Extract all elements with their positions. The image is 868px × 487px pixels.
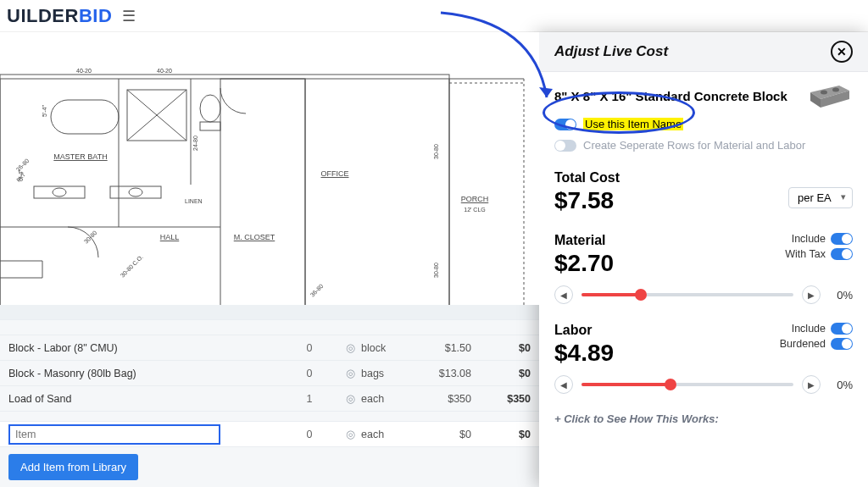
blueprint-canvas[interactable]: MASTER BATH OFFICE M. CLOSET HALL PORCH …	[0, 32, 539, 305]
svg-text:30-80: 30-80	[433, 144, 439, 159]
svg-text:30-80 C.O.: 30-80 C.O.	[120, 254, 144, 279]
svg-text:M. CLOSET: M. CLOSET	[234, 233, 275, 241]
separate-rows-label: Create Seperate Rows for Material and La…	[583, 139, 805, 152]
svg-text:HALL: HALL	[160, 233, 180, 241]
total-cost-label: Total Cost	[554, 170, 620, 185]
table-row[interactable]: Load of Sand 1 ◎ each $350 $350	[0, 386, 539, 412]
use-item-name-label: Use this Item Name	[583, 118, 683, 130]
labor-include-toggle[interactable]	[831, 323, 853, 335]
material-percent: 0%	[829, 289, 853, 302]
svg-point-15	[129, 188, 142, 196]
svg-text:12' CLG: 12' CLG	[464, 207, 485, 213]
material-increase-button[interactable]: ▶	[802, 285, 821, 304]
svg-text:24-80: 24-80	[192, 136, 198, 151]
separate-rows-toggle[interactable]	[554, 140, 576, 152]
svg-text:40-20: 40-20	[157, 68, 172, 74]
material-withtax-toggle[interactable]	[831, 248, 853, 260]
measure-icon: ◎	[339, 367, 361, 379]
svg-text:40-20: 40-20	[76, 68, 92, 74]
see-how-link[interactable]: + Click to See How This Works:	[554, 412, 853, 425]
close-icon[interactable]: ✕	[831, 41, 853, 63]
total-cost-value: $7.58	[554, 187, 620, 214]
labor-label: Labor	[554, 323, 614, 338]
svg-text:36-80: 36-80	[309, 283, 325, 298]
svg-point-10	[200, 95, 220, 122]
labor-increase-button[interactable]: ▶	[802, 375, 821, 394]
svg-rect-0	[0, 75, 449, 305]
item-input[interactable]	[8, 424, 220, 445]
item-name: 8" X 8" X 16" Standard Concrete Block	[554, 89, 798, 103]
svg-rect-4	[220, 79, 305, 305]
measure-icon: ◎	[339, 392, 361, 405]
labor-value: $4.89	[554, 340, 614, 367]
svg-point-46	[821, 91, 827, 95]
labor-percent: 0%	[829, 379, 853, 391]
material-decrease-button[interactable]: ◀	[554, 285, 573, 304]
material-slider[interactable]	[581, 293, 793, 296]
use-item-name-toggle[interactable]	[554, 119, 576, 130]
table-row[interactable]: Block - Masonry (80lb Bag) 0 ◎ bags $13.…	[0, 361, 539, 386]
add-item-button[interactable]: Add Item from Library	[8, 454, 138, 480]
cost-table: Block - Labor (8" CMU) 0 ◎ block $1.50 $…	[0, 305, 539, 487]
table-row[interactable]: 0 ◎ each $0 $0	[0, 422, 539, 447]
svg-rect-1	[0, 79, 449, 305]
svg-point-47	[832, 88, 839, 92]
item-thumbnail	[807, 82, 853, 109]
panel-title: Adjust Live Cost	[554, 43, 668, 60]
measure-icon: ◎	[339, 341, 361, 354]
svg-rect-11	[200, 122, 220, 130]
svg-text:OFFICE: OFFICE	[321, 169, 349, 178]
labor-decrease-button[interactable]: ◀	[554, 375, 573, 394]
svg-text:5'-4": 5'-4"	[42, 105, 47, 117]
material-include-toggle[interactable]	[831, 233, 853, 245]
labor-slider[interactable]	[581, 383, 793, 386]
adjust-cost-panel: Adjust Live Cost ✕ 8" X 8" X 16" Standar…	[539, 32, 868, 487]
svg-text:MASTER BATH: MASTER BATH	[53, 152, 107, 161]
svg-point-13	[53, 188, 66, 196]
table-row[interactable]: Block - Labor (8" CMU) 0 ◎ block $1.50 $…	[0, 335, 539, 361]
material-value: $2.70	[554, 250, 614, 277]
measure-icon: ◎	[339, 428, 361, 440]
unit-select[interactable]: per EA	[788, 187, 853, 208]
svg-text:LINEN: LINEN	[185, 198, 203, 204]
svg-text:PORCH: PORCH	[461, 195, 489, 203]
menu-icon[interactable]: ☰	[122, 7, 136, 25]
material-label: Material	[554, 233, 614, 248]
logo: UILDERBID	[7, 5, 112, 27]
labor-burdened-toggle[interactable]	[831, 338, 853, 350]
svg-text:30-80: 30-80	[433, 263, 439, 278]
svg-rect-6	[51, 100, 119, 134]
